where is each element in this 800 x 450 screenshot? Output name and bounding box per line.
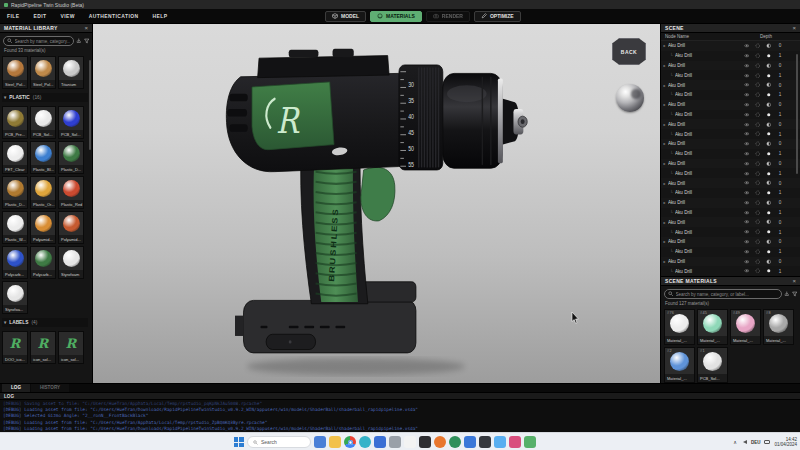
full-circle-icon[interactable]	[763, 53, 774, 59]
material-tile[interactable]: Steel_Pol...	[30, 56, 56, 89]
dashed-circle-icon[interactable]	[752, 190, 763, 196]
speaker-icon[interactable]	[741, 440, 747, 444]
language-indicator[interactable]: DEU	[751, 440, 761, 445]
scene-tree-row[interactable]: └Aku Drill1	[661, 90, 800, 100]
scene-tree-row[interactable]: ▸Aku Drill0	[661, 178, 800, 188]
taskbar-clock[interactable]: 14:42 01/04/2024	[774, 437, 797, 447]
dashed-circle-icon[interactable]	[752, 122, 763, 128]
scene-tree-row[interactable]: ▸Aku Drill0	[661, 41, 800, 51]
scene-tree-row[interactable]: └Aku Drill1	[661, 266, 800, 276]
scene-tree-row[interactable]: └Aku Drill1	[661, 149, 800, 159]
environment-sphere-widget[interactable]	[616, 84, 644, 112]
scene-materials-search-input[interactable]	[676, 292, 779, 297]
half-circle-icon[interactable]	[763, 122, 774, 128]
eye-icon[interactable]	[741, 151, 752, 157]
dashed-circle-icon[interactable]	[752, 82, 763, 88]
dashed-circle-icon[interactable]	[752, 92, 763, 98]
chevron-right-icon[interactable]: ▸	[661, 102, 668, 107]
material-tile[interactable]: Plastic_D...	[58, 141, 84, 174]
chevron-right-icon[interactable]: ▸	[661, 239, 668, 244]
material-tile[interactable]: Plastic_D...	[2, 176, 28, 209]
firefox-icon[interactable]	[434, 436, 446, 448]
back-button[interactable]: BACK	[612, 38, 646, 65]
chrome-icon[interactable]	[344, 436, 356, 448]
menu-item-file[interactable]: FILE	[0, 13, 26, 19]
eye-icon[interactable]	[741, 161, 752, 167]
menu-item-edit[interactable]: EDIT	[26, 13, 53, 19]
app-pink-icon[interactable]	[509, 436, 521, 448]
chevron-right-icon[interactable]: ▸	[661, 43, 668, 48]
half-circle-icon[interactable]	[763, 102, 774, 108]
eye-icon[interactable]	[741, 190, 752, 196]
onedrive-icon[interactable]	[494, 436, 506, 448]
material-tile[interactable]: Plastic_W...	[2, 211, 28, 244]
close-icon[interactable]: ×	[792, 278, 796, 284]
app-dark-icon[interactable]	[419, 436, 431, 448]
dashed-circle-icon[interactable]	[752, 171, 763, 177]
edge-icon[interactable]	[359, 436, 371, 448]
dashed-circle-icon[interactable]	[752, 249, 763, 255]
library-search-input[interactable]	[15, 39, 71, 44]
half-circle-icon[interactable]	[763, 239, 774, 245]
viewport-3d[interactable]: BRUSHLESS R	[93, 24, 660, 383]
scene-tree-row[interactable]: └Aku Drill1	[661, 208, 800, 218]
full-circle-icon[interactable]	[763, 151, 774, 157]
full-circle-icon[interactable]	[763, 73, 774, 79]
half-circle-icon[interactable]	[763, 219, 774, 225]
tray-chevron-icon[interactable]: ∧	[733, 439, 737, 445]
material-tile[interactable]: PET_Clear	[2, 141, 28, 174]
section-header-labels[interactable]: ▾LABELS(4)	[2, 318, 88, 327]
dashed-circle-icon[interactable]	[752, 268, 763, 274]
material-tile[interactable]: Polycarb...	[2, 246, 28, 279]
eye-icon[interactable]	[741, 43, 752, 49]
scene-tree-row[interactable]: ▸Aku Drill0	[661, 119, 800, 129]
half-circle-icon[interactable]	[763, 43, 774, 49]
log-tab-log[interactable]: LOG	[2, 384, 30, 392]
scene-material-tile[interactable]: #8Material_...	[763, 309, 794, 345]
app-green-icon[interactable]	[449, 436, 461, 448]
scene-tree-row[interactable]: ▸Aku Drill0	[661, 80, 800, 90]
scene-tree-row[interactable]: ▸Aku Drill0	[661, 61, 800, 71]
dashed-circle-icon[interactable]	[752, 112, 763, 118]
half-circle-icon[interactable]	[763, 180, 774, 186]
dashed-circle-icon[interactable]	[752, 102, 763, 108]
app-blue-icon[interactable]	[374, 436, 386, 448]
chevron-right-icon[interactable]: ▸	[661, 141, 668, 146]
full-circle-icon[interactable]	[763, 131, 774, 137]
scene-scrollbar[interactable]	[796, 54, 798, 174]
eye-icon[interactable]	[741, 259, 752, 265]
chevron-right-icon[interactable]: ▸	[661, 161, 668, 166]
scene-tree-row[interactable]: └Aku Drill1	[661, 51, 800, 61]
dashed-circle-icon[interactable]	[752, 229, 763, 235]
dashed-circle-icon[interactable]	[752, 200, 763, 206]
eye-icon[interactable]	[741, 102, 752, 108]
full-circle-icon[interactable]	[763, 112, 774, 118]
material-tile[interactable]: Polycarb...	[30, 246, 56, 279]
chevron-right-icon[interactable]: ▸	[661, 63, 668, 68]
eye-icon[interactable]	[741, 239, 752, 245]
scene-tree-row[interactable]: └Aku Drill1	[661, 188, 800, 198]
model-mode-button[interactable]: MODEL	[325, 11, 366, 22]
dashed-circle-icon[interactable]	[752, 180, 763, 186]
scene-tree-row[interactable]: └Aku Drill1	[661, 70, 800, 80]
rapidpipeline-taskbar-icon[interactable]	[524, 436, 536, 448]
eye-icon[interactable]	[741, 82, 752, 88]
scene-tree-row[interactable]: └Aku Drill1	[661, 110, 800, 120]
scene-tree-row[interactable]: └Aku Drill1	[661, 129, 800, 139]
full-circle-icon[interactable]	[763, 249, 774, 255]
import-icon[interactable]	[784, 291, 790, 297]
filter-icon[interactable]	[792, 291, 798, 297]
scene-tree-row[interactable]: └Aku Drill1	[661, 168, 800, 178]
half-circle-icon[interactable]	[763, 63, 774, 69]
dashed-circle-icon[interactable]	[752, 131, 763, 137]
dashed-circle-icon[interactable]	[752, 259, 763, 265]
material-tile[interactable]: PCB_Sol...	[58, 106, 84, 139]
half-circle-icon[interactable]	[763, 141, 774, 147]
scene-tree-row[interactable]: ▸Aku Drill0	[661, 257, 800, 267]
materials-mode-button[interactable]: MATERIALS	[370, 11, 422, 22]
half-circle-icon[interactable]	[763, 161, 774, 167]
scene-tree-row[interactable]: ▸Aku Drill0	[661, 198, 800, 208]
eye-icon[interactable]	[741, 268, 752, 274]
close-icon[interactable]: ×	[792, 25, 796, 31]
scene-materials-search-box[interactable]	[664, 289, 782, 299]
